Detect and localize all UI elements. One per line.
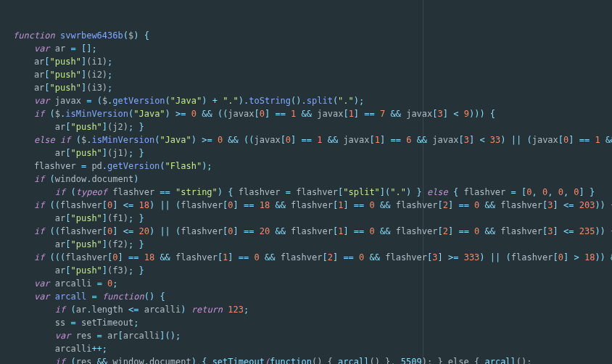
token: ; <box>112 278 117 289</box>
token: $ <box>55 109 60 119</box>
token: function <box>102 291 144 302</box>
token <box>55 30 60 41</box>
token: [ <box>437 200 442 210</box>
token: } <box>138 213 144 223</box>
token: else <box>427 187 448 197</box>
token: || <box>511 135 521 145</box>
token: + <box>212 96 218 106</box>
token: ] <box>438 252 443 262</box>
token: var <box>55 331 71 341</box>
token <box>212 135 218 145</box>
token <box>479 226 484 236</box>
token: setTimeout <box>76 318 133 328</box>
token <box>443 357 448 364</box>
token: 0 <box>112 252 117 262</box>
token: == <box>239 252 249 262</box>
token: && <box>390 109 400 119</box>
token: ss <box>13 318 70 328</box>
token: ] <box>228 252 233 262</box>
token: (j2) <box>107 122 128 132</box>
token <box>118 200 123 210</box>
token: () <box>369 357 379 364</box>
token: ; <box>244 305 249 315</box>
token: 0 <box>286 135 291 145</box>
token: arcalli <box>13 344 91 354</box>
token <box>102 278 107 289</box>
token: <= <box>123 200 133 210</box>
token: && <box>275 226 285 236</box>
token <box>249 252 254 262</box>
token: flashver <box>495 200 542 210</box>
token: (f3) <box>107 265 128 276</box>
code-editor[interactable]: function svwrbew6436b($) { var ar = []; … <box>0 26 612 364</box>
token: "Java" <box>170 96 202 106</box>
token: ( <box>76 135 81 145</box>
token: == <box>390 135 400 145</box>
token <box>558 226 563 236</box>
token: "string" <box>175 187 218 197</box>
token: [ <box>432 109 437 119</box>
token: (i1) <box>86 57 107 67</box>
token: ar <box>76 305 86 315</box>
token: 20 <box>138 226 149 236</box>
token <box>44 252 49 262</box>
token: "push" <box>70 239 102 249</box>
token: javax <box>228 109 254 119</box>
token <box>212 109 218 119</box>
token: 18 <box>260 200 270 210</box>
token: ( <box>160 161 165 171</box>
token <box>411 135 416 145</box>
token: flashver <box>390 226 437 236</box>
token: >= <box>448 252 458 262</box>
token: < <box>479 135 484 145</box>
token: 1 <box>349 109 354 119</box>
token <box>44 200 49 210</box>
token: && <box>605 135 612 145</box>
token: 235 <box>579 226 595 236</box>
token: "push" <box>70 265 102 276</box>
token: { <box>328 357 333 364</box>
token: flashver <box>286 200 333 210</box>
token: = <box>97 278 102 289</box>
token: == <box>160 187 170 197</box>
token: "split" <box>343 187 380 197</box>
token: flashver <box>181 226 223 236</box>
token: javax <box>401 109 432 119</box>
token: 3 <box>464 135 469 145</box>
token: || <box>160 226 170 236</box>
token: arcalli <box>123 331 160 341</box>
token: var <box>34 96 50 106</box>
token: || <box>490 252 500 262</box>
token <box>375 226 380 236</box>
token: var <box>34 291 50 302</box>
token <box>296 109 301 119</box>
token: == <box>458 226 468 236</box>
token: [ <box>44 70 49 80</box>
token: ar <box>13 148 65 158</box>
token: 33 <box>490 135 500 145</box>
token: ; <box>107 57 112 67</box>
token: "." <box>223 96 239 106</box>
token: == <box>343 252 353 262</box>
token: )) <box>595 200 605 210</box>
token: ar <box>13 83 44 93</box>
token <box>574 135 579 145</box>
token: (f1) <box>107 213 128 223</box>
token: toString <box>249 96 291 106</box>
token: || <box>160 200 170 210</box>
token: arcall <box>484 357 516 364</box>
token <box>255 200 260 210</box>
token: flashver <box>380 252 427 262</box>
token: ) <box>191 135 197 145</box>
token: () <box>144 291 154 302</box>
token: } <box>138 239 144 249</box>
token: flashver <box>390 200 437 210</box>
token <box>506 135 511 145</box>
token <box>239 226 244 236</box>
token: && <box>97 357 107 364</box>
token <box>255 226 260 236</box>
token: ] <box>553 226 558 236</box>
token <box>138 252 144 262</box>
token: javax <box>427 135 458 145</box>
token: ] <box>568 135 574 145</box>
